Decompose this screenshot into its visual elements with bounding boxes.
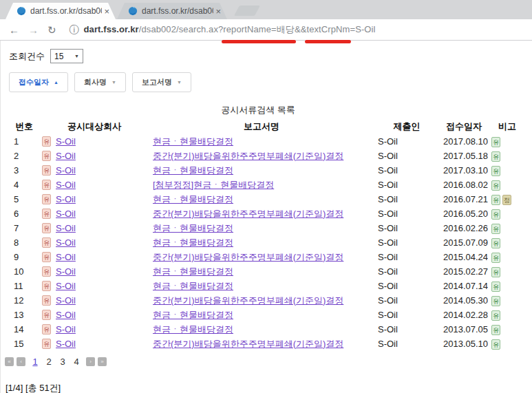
dart-favicon-icon [17, 6, 26, 16]
page-number-2[interactable]: 2 [42, 357, 56, 367]
result-count-select[interactable]: 15 ▼ [50, 49, 83, 63]
column-header-4: 제출인 [374, 118, 440, 134]
page-number-3[interactable]: 3 [56, 357, 70, 367]
tab-title: dart.fss.or.kr/dsab002/se [142, 6, 213, 16]
company-link[interactable]: S-Oil [56, 151, 76, 161]
page-number-1[interactable]: 1 [28, 357, 42, 367]
company-link[interactable]: S-Oil [56, 223, 76, 233]
page-info-icon[interactable]: ⓘ [70, 25, 79, 34]
sort-desc-icon: ▼ [177, 80, 182, 85]
sort-button-3[interactable]: 보고서명▼ [132, 72, 191, 92]
receipt-date: 2017.08.10 [440, 134, 488, 149]
report-link[interactable]: 현금ㆍ현물배당결정 [153, 223, 233, 233]
company-link[interactable]: S-Oil [56, 324, 76, 334]
receipt-date: 2013.05.10 [440, 337, 488, 351]
remarks-cell: 유 [488, 134, 526, 149]
market-badge: 유 [42, 339, 51, 349]
page-indicator: [1/4] [6, 383, 23, 393]
market-badge: 유 [42, 165, 51, 176]
report-link[interactable]: 중간(분기)배당을위한주주명부폐쇄(기준일)결정 [153, 209, 343, 219]
table-row: 11유S-Oil현금ㆍ현물배당결정S-Oil2014.07.14유 [9, 279, 526, 293]
report-link[interactable]: 현금ㆍ현물배당결정 [153, 136, 233, 147]
remark-badge: 유 [491, 296, 500, 306]
result-count-row: 조회건수 15 ▼ [9, 49, 532, 63]
last-page-button[interactable]: » [98, 357, 107, 366]
sort-button-1[interactable]: 접수일자▲ [9, 72, 68, 92]
report-link[interactable]: [첨부정정]현금ㆍ현물배당결정 [153, 180, 274, 190]
report-link[interactable]: 중간(분기)배당을위한주주명부폐쇄(기준일)결정 [153, 339, 343, 349]
company-link[interactable]: S-Oil [56, 194, 76, 204]
company-link[interactable]: S-Oil [56, 310, 76, 320]
url-param-value: =S-Oil [350, 24, 375, 34]
table-row: 6유S-Oil중간(분기)배당을위한주주명부폐쇄(기준일)결정S-Oil2016… [9, 206, 526, 221]
row-number: 2 [9, 149, 39, 163]
company-link[interactable]: S-Oil [56, 281, 76, 291]
browser-toolbar: ← → ↻ ⓘ dart.fss.or.kr/dsab002/search.ax… [0, 19, 532, 41]
report-link[interactable]: 중간(분기)배당을위한주주명부폐쇄(기준일)결정 [153, 295, 343, 306]
report-link[interactable]: 현금ㆍ현물배당결정 [153, 281, 233, 291]
row-number: 1 [9, 134, 39, 149]
reload-icon[interactable]: ↻ [47, 25, 56, 35]
row-number: 11 [9, 279, 39, 293]
market-badge: 유 [42, 223, 51, 233]
remarks-cell: 유 [488, 149, 526, 163]
sort-button-label: 접수일자 [19, 77, 49, 87]
market-badge: 유 [42, 180, 51, 190]
forward-icon[interactable]: → [28, 25, 39, 35]
remarks-cell: 유 [488, 337, 526, 351]
list-title: 공시서류검색 목록 [3, 104, 513, 116]
address-bar[interactable]: ⓘ dart.fss.or.kr/dsab002/search.ax?repor… [65, 19, 532, 40]
company-link[interactable]: S-Oil [56, 252, 76, 262]
sort-desc-icon: ▼ [111, 80, 116, 85]
tab-close-icon[interactable]: × [102, 6, 111, 17]
submitter: S-Oil [374, 206, 440, 221]
table-row: 14유S-Oil현금ㆍ현물배당결정S-Oil2013.07.05유 [9, 322, 526, 337]
page-number-4[interactable]: 4 [70, 357, 83, 367]
submitter: S-Oil [374, 178, 440, 192]
report-link[interactable]: 현금ㆍ현물배당결정 [153, 324, 233, 334]
report-link[interactable]: 현금ㆍ현물배당결정 [153, 237, 233, 248]
report-link[interactable]: 현금ㆍ현물배당결정 [153, 165, 233, 176]
first-page-button[interactable]: « [5, 357, 14, 366]
row-number: 6 [9, 206, 39, 221]
company-link[interactable]: S-Oil [56, 180, 76, 190]
row-number: 15 [9, 337, 39, 351]
report-link[interactable]: 현금ㆍ현물배당결정 [153, 266, 233, 277]
market-badge: 유 [42, 151, 51, 161]
remark-badge: 유 [491, 137, 500, 147]
remark-badge: 유 [491, 224, 500, 234]
submitter: S-Oil [374, 235, 440, 250]
company-link[interactable]: S-Oil [56, 266, 76, 277]
company-link[interactable]: S-Oil [56, 237, 76, 248]
tab-strip: dart.fss.or.kr/dsab002/se×dart.fss.or.kr… [0, 0, 532, 19]
report-link[interactable]: 중간(분기)배당을위한주주명부폐쇄(기준일)결정 [153, 151, 343, 161]
new-tab-button[interactable] [234, 6, 260, 16]
url-host: dart.fss.or.kr [84, 24, 139, 34]
submitter: S-Oil [374, 337, 440, 351]
remark-badge: 유 [491, 325, 500, 335]
company-link[interactable]: S-Oil [56, 165, 76, 176]
receipt-date: 2013.07.05 [440, 322, 488, 337]
company-link[interactable]: S-Oil [56, 295, 76, 306]
report-link[interactable]: 현금ㆍ현물배당결정 [153, 194, 233, 204]
sort-asc-icon: ▲ [54, 80, 58, 85]
row-number: 4 [9, 178, 39, 192]
report-link[interactable]: 현금ㆍ현물배당결정 [153, 310, 233, 320]
browser-tab-1[interactable]: dart.fss.or.kr/dsab002/se× [6, 3, 116, 19]
next-page-button[interactable]: › [86, 357, 95, 366]
report-link[interactable]: 중간(분기)배당을위한주주명부폐쇄(기준일)결정 [153, 252, 343, 262]
remark-badge: 유 [491, 151, 500, 162]
company-link[interactable]: S-Oil [56, 209, 76, 219]
tab-close-icon[interactable]: × [213, 6, 223, 17]
result-count-label: 조회건수 [9, 50, 45, 63]
prev-page-button[interactable]: ‹ [17, 357, 25, 366]
remark-badge: 유 [491, 282, 500, 292]
back-icon[interactable]: ← [9, 25, 19, 35]
browser-tab-2[interactable]: dart.fss.or.kr/dsab002/se× [117, 3, 227, 19]
sort-button-2[interactable]: 회사명▼ [74, 72, 126, 92]
submitter: S-Oil [374, 322, 440, 337]
column-header-2: 공시대상회사 [39, 118, 149, 134]
company-link[interactable]: S-Oil [56, 339, 76, 349]
company-link[interactable]: S-Oil [56, 136, 76, 147]
remarks-cell: 유 [488, 178, 526, 192]
